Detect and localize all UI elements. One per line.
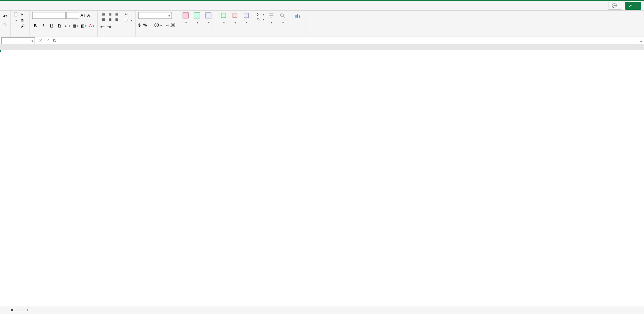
svg-rect-2 bbox=[183, 13, 189, 18]
sigma-icon: ∑ bbox=[257, 12, 259, 16]
svg-rect-3 bbox=[194, 13, 200, 18]
align-left-icon[interactable]: ≡ bbox=[100, 17, 106, 22]
svg-rect-11 bbox=[297, 14, 298, 18]
analyse-data-button[interactable] bbox=[293, 12, 302, 19]
svg-rect-1 bbox=[15, 12, 17, 13]
clipboard-group-label bbox=[13, 35, 27, 36]
clear-button[interactable]: ◇ bbox=[257, 17, 264, 21]
double-underline-button[interactable]: D bbox=[56, 23, 62, 29]
copy-icon: ⧉ bbox=[21, 18, 23, 23]
alignment-group-label bbox=[100, 35, 133, 36]
font-name-select[interactable] bbox=[32, 12, 66, 19]
find-select-button[interactable] bbox=[278, 12, 287, 25]
chevron-down-icon bbox=[262, 12, 264, 16]
align-right-icon[interactable]: ≡ bbox=[114, 17, 120, 22]
format-as-table-button[interactable] bbox=[192, 12, 202, 25]
decrease-decimal-button[interactable]: ←.00 bbox=[165, 23, 175, 28]
expand-formula-icon[interactable]: ⌄ bbox=[637, 37, 644, 44]
name-box[interactable] bbox=[1, 37, 35, 44]
chevron-down-icon bbox=[222, 20, 225, 25]
chevron-down-icon bbox=[196, 20, 198, 25]
editing-group-label bbox=[257, 35, 287, 36]
chevron-down-icon bbox=[207, 20, 210, 25]
merge-centre-button[interactable]: ⊟ bbox=[125, 18, 133, 22]
comments-button[interactable]: 💬 bbox=[608, 2, 622, 10]
add-sheet-icon[interactable]: + bbox=[27, 308, 29, 313]
copy-button[interactable]: ⧉ bbox=[20, 18, 27, 23]
italic-button[interactable]: I bbox=[40, 23, 46, 29]
increase-indent-icon[interactable]: ⇥ bbox=[107, 24, 111, 30]
font-color-button[interactable]: A bbox=[89, 23, 95, 29]
number-format-select[interactable] bbox=[138, 12, 172, 19]
fx-icon[interactable]: fx bbox=[53, 38, 56, 43]
insert-cells-button[interactable] bbox=[219, 12, 228, 25]
menu-bar: 💬 ↗ bbox=[0, 1, 644, 11]
comma-button[interactable]: , bbox=[149, 23, 150, 28]
percent-button[interactable]: % bbox=[143, 23, 147, 28]
analysis-group-label bbox=[293, 35, 302, 36]
scissors-icon: ✂ bbox=[21, 12, 24, 17]
align-center-icon[interactable]: ≡ bbox=[107, 17, 113, 22]
share-button[interactable]: ↗ bbox=[625, 2, 641, 10]
chevron-down-icon bbox=[245, 20, 248, 25]
svg-rect-4 bbox=[206, 13, 211, 18]
chevron-down-icon bbox=[635, 3, 638, 8]
increase-decimal-button[interactable]: .00→ bbox=[153, 23, 163, 28]
chevron-down-icon bbox=[185, 20, 187, 25]
cancel-formula-icon[interactable]: ✕ bbox=[39, 38, 43, 43]
chevron-down-icon bbox=[15, 18, 17, 22]
chevron-down-icon bbox=[168, 13, 170, 17]
align-top-icon[interactable]: ≡ bbox=[100, 12, 106, 17]
chevron-down-icon bbox=[262, 17, 264, 21]
comment-icon: 💬 bbox=[612, 3, 617, 8]
confirm-formula-icon[interactable]: ✓ bbox=[46, 38, 50, 43]
cell-styles-button[interactable] bbox=[204, 12, 213, 25]
strikethrough-button[interactable]: ab bbox=[64, 23, 70, 29]
conditional-formatting-button[interactable] bbox=[181, 12, 190, 25]
paintbrush-icon: 🖌 bbox=[21, 24, 24, 28]
redo-icon[interactable]: ↷ bbox=[3, 22, 7, 28]
cut-button[interactable]: ✂ bbox=[20, 12, 27, 17]
spreadsheet-grid[interactable] bbox=[0, 44, 644, 309]
next-sheet-icon[interactable]: › bbox=[6, 308, 7, 313]
delete-cells-button[interactable] bbox=[230, 12, 240, 25]
svg-rect-0 bbox=[14, 13, 17, 16]
font-size-select[interactable] bbox=[66, 12, 79, 19]
align-bottom-icon[interactable]: ≡ bbox=[114, 12, 120, 17]
svg-rect-6 bbox=[233, 13, 237, 17]
svg-rect-10 bbox=[295, 15, 296, 17]
chevron-down-icon bbox=[270, 20, 273, 25]
border-button[interactable]: ▦ bbox=[72, 23, 79, 29]
wrap-icon: ↩ bbox=[125, 12, 128, 16]
fill-color-button[interactable]: ◧ bbox=[81, 23, 87, 29]
align-middle-icon[interactable]: ≡ bbox=[107, 12, 113, 17]
sort-filter-button[interactable] bbox=[266, 12, 276, 25]
prev-sheet-icon[interactable]: ‹ bbox=[3, 308, 4, 313]
chevron-down-icon bbox=[282, 20, 284, 25]
chevron-down-icon bbox=[234, 20, 236, 25]
svg-rect-7 bbox=[244, 13, 248, 17]
decrease-indent-icon[interactable]: ⇤ bbox=[100, 24, 105, 30]
autosum-button[interactable]: ∑ bbox=[257, 12, 264, 16]
font-group-label bbox=[32, 35, 95, 36]
increase-font-icon[interactable]: A↑ bbox=[80, 12, 86, 18]
share-icon: ↗ bbox=[629, 3, 632, 8]
svg-line-9 bbox=[283, 16, 285, 18]
format-painter-button[interactable]: 🖌 bbox=[20, 24, 27, 28]
currency-button[interactable]: $ bbox=[138, 23, 141, 28]
formula-input[interactable] bbox=[59, 37, 637, 44]
cells-group-label bbox=[219, 35, 251, 36]
underline-button[interactable]: U bbox=[48, 23, 54, 29]
svg-rect-12 bbox=[299, 15, 300, 18]
sheet-tab[interactable] bbox=[16, 309, 23, 311]
formula-bar: ✕ ✓ fx ⌄ bbox=[0, 37, 644, 44]
all-sheets-icon[interactable]: ≡ bbox=[11, 308, 13, 313]
bold-button[interactable]: B bbox=[32, 23, 38, 29]
paste-button[interactable] bbox=[13, 12, 18, 22]
sheet-tab-bar: ‹ › ≡ + bbox=[0, 306, 644, 314]
eraser-icon: ◇ bbox=[257, 17, 259, 21]
format-cells-button[interactable] bbox=[242, 12, 251, 25]
undo-icon[interactable]: ↶ bbox=[3, 13, 7, 20]
wrap-text-button[interactable]: ↩ bbox=[125, 12, 133, 16]
decrease-font-icon[interactable]: A↓ bbox=[87, 12, 93, 18]
